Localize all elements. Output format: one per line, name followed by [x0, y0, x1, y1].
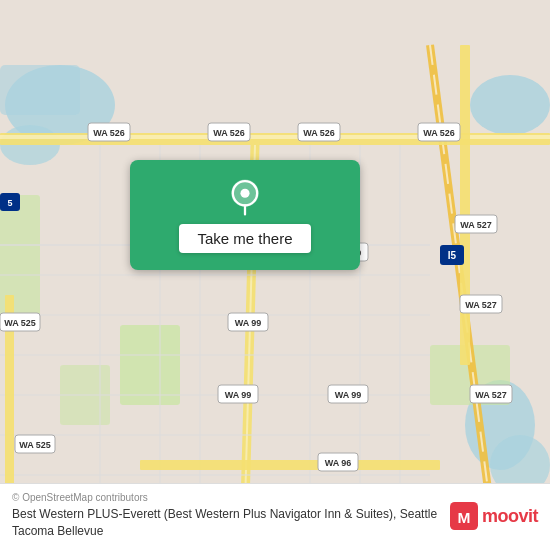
svg-text:WA 526: WA 526: [303, 128, 335, 138]
svg-text:WA 99: WA 99: [225, 390, 252, 400]
moovit-logo-text: moovit: [482, 506, 538, 527]
svg-text:WA 96: WA 96: [325, 458, 352, 468]
svg-text:I5: I5: [448, 250, 457, 261]
svg-text:WA 527: WA 527: [475, 390, 507, 400]
svg-point-67: [240, 188, 249, 197]
info-text-block: © OpenStreetMap contributors Best Wester…: [12, 492, 440, 540]
moovit-logo: M moovit: [450, 502, 538, 530]
place-name-text: Best Western PLUS-Everett (Best Western …: [12, 506, 440, 540]
svg-text:M: M: [458, 509, 471, 526]
location-pin-icon: [226, 178, 264, 216]
svg-text:5: 5: [7, 198, 12, 208]
svg-text:WA 525: WA 525: [4, 318, 36, 328]
svg-text:WA 99: WA 99: [335, 390, 362, 400]
svg-rect-32: [140, 460, 440, 470]
info-bar: © OpenStreetMap contributors Best Wester…: [0, 483, 550, 550]
svg-rect-15: [460, 45, 470, 365]
svg-point-4: [470, 75, 550, 135]
svg-text:WA 99: WA 99: [235, 318, 262, 328]
copyright-text: © OpenStreetMap contributors: [12, 492, 440, 503]
button-overlay: Take me there: [130, 160, 360, 270]
svg-text:WA 526: WA 526: [423, 128, 455, 138]
svg-text:WA 526: WA 526: [93, 128, 125, 138]
svg-text:WA 527: WA 527: [465, 300, 497, 310]
svg-text:WA 527: WA 527: [460, 220, 492, 230]
svg-rect-3: [0, 65, 80, 115]
svg-text:WA 525: WA 525: [19, 440, 51, 450]
navigation-prompt-box[interactable]: Take me there: [130, 160, 360, 270]
take-me-there-button[interactable]: Take me there: [179, 224, 310, 253]
svg-rect-7: [120, 325, 180, 405]
moovit-icon: M: [450, 502, 478, 530]
svg-text:WA 526: WA 526: [213, 128, 245, 138]
map-container: WA 526 WA 526 WA 526 WA 526 WA 527 WA 52…: [0, 0, 550, 550]
map-background: WA 526 WA 526 WA 526 WA 526 WA 527 WA 52…: [0, 0, 550, 550]
